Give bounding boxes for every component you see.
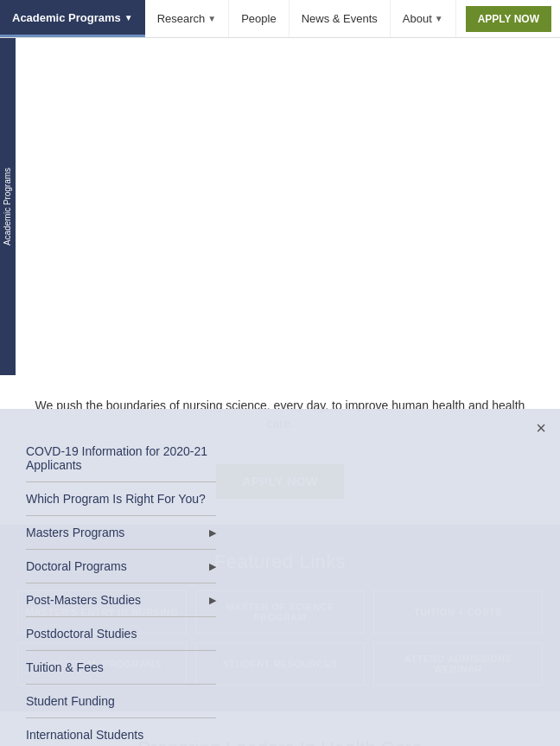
nav-item-research[interactable]: Research ▼ <box>145 0 230 37</box>
dropdown-menu: COVD-19 Information for 2020-21 Applican… <box>26 435 534 746</box>
apply-now-button[interactable]: APPLY NOW <box>466 6 551 32</box>
post-masters-arrow-icon: ▶ <box>209 595 216 606</box>
dropdown-item-masters[interactable]: Masters Programs ▶ <box>26 516 216 550</box>
sidebar-tab-label: Academic Programs <box>3 168 13 245</box>
nav-item-people[interactable]: People <box>229 0 289 37</box>
dropdown-item-doctoral[interactable]: Doctoral Programs ▶ <box>26 550 216 583</box>
dropdown-item-international[interactable]: International Students <box>26 718 216 746</box>
navbar: Academic Programs ▼ Research ▼ People Ne… <box>0 0 560 38</box>
research-chevron-icon: ▼ <box>207 14 216 23</box>
nav-brand[interactable]: Academic Programs ▼ <box>0 0 145 37</box>
dropdown-item-which-program[interactable]: Which Program Is Right For You? <box>26 482 216 516</box>
masters-arrow-icon: ▶ <box>209 527 216 539</box>
nav-item-about[interactable]: About ▼ <box>391 0 456 37</box>
nav-brand-chevron: ▼ <box>124 13 133 22</box>
sidebar-tab[interactable]: Academic Programs <box>0 38 16 375</box>
dropdown-item-post-masters[interactable]: Post-Masters Studies ▶ <box>26 583 216 617</box>
doctoral-arrow-icon: ▶ <box>209 561 216 572</box>
about-chevron-icon: ▼ <box>435 14 443 23</box>
nav-brand-label: Academic Programs <box>12 11 121 24</box>
dropdown-item-student-funding[interactable]: Student Funding <box>26 685 216 718</box>
dropdown-item-covid[interactable]: COVD-19 Information for 2020-21 Applican… <box>26 435 216 482</box>
academic-programs-dropdown: × COVD-19 Information for 2020-21 Applic… <box>0 409 560 746</box>
nav-item-news-events[interactable]: News & Events <box>290 0 391 37</box>
dropdown-item-tuition[interactable]: Tuition & Fees <box>26 651 216 685</box>
page-content: × COVD-19 Information for 2020-21 Applic… <box>0 371 560 746</box>
nav-items: Research ▼ People News & Events About ▼ <box>145 0 466 37</box>
dropdown-item-postdoctoral[interactable]: Postdoctoral Studies <box>26 617 216 651</box>
close-button[interactable]: × <box>536 419 546 437</box>
